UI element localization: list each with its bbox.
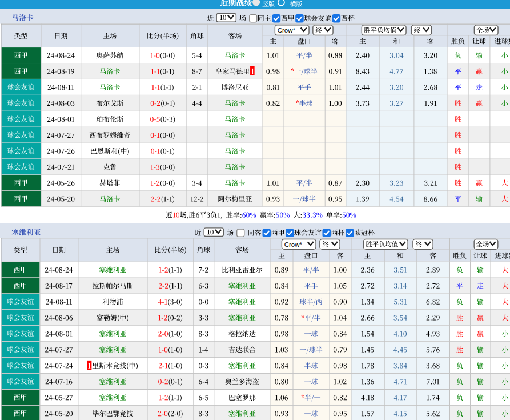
svg-text:Crow*: Crow* xyxy=(278,27,296,34)
svg-text:Crow*: Crow* xyxy=(284,241,303,248)
